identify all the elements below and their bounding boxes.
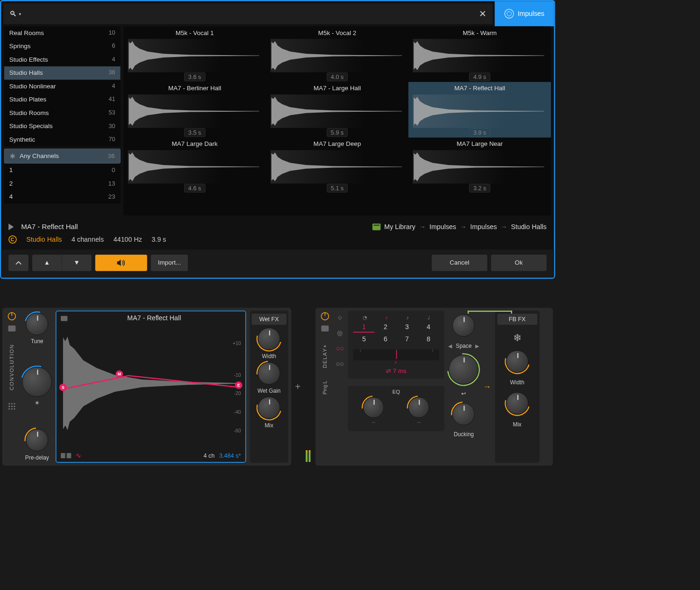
beat-division[interactable]: 3 [396, 323, 418, 332]
drag-handle-icon[interactable] [8, 403, 15, 410]
clear-search-icon[interactable]: ✕ [479, 8, 486, 19]
folder-icon[interactable] [321, 325, 329, 331]
beat-division[interactable]: 5 [353, 335, 375, 344]
play-icon[interactable] [8, 223, 14, 230]
fb-width-knob[interactable] [506, 350, 529, 373]
freeze-icon[interactable]: ❄︎ [513, 331, 521, 344]
impulse-tile[interactable]: M5k - Vocal 24.0 s [266, 26, 408, 82]
ir-display[interactable]: MA7 - Reflect Hall S M E +10 -10 -20 - [56, 311, 246, 463]
eq-low-knob[interactable] [363, 397, 384, 417]
width-label: Width [262, 353, 276, 359]
folder-icon[interactable] [61, 316, 67, 321]
category-item[interactable]: Real Rooms10 [4, 26, 121, 40]
mode-pingpong-icon[interactable]: ○○ [336, 344, 344, 353]
impulse-tile[interactable]: MA7 Large Dark4.6 s [123, 137, 266, 193]
search-box[interactable]: 🔍︎ ▼ ✕ [3, 3, 493, 24]
fb-fx-header[interactable]: FB FX [497, 314, 537, 325]
add-device-icon[interactable]: + [295, 381, 300, 393]
tile-duration: 4.9 s [413, 74, 547, 80]
impulse-tile[interactable]: M5k - Warm4.9 s [408, 26, 551, 82]
space-knob[interactable] [453, 314, 475, 337]
power-icon[interactable] [321, 312, 329, 320]
brightness-knob[interactable] [22, 367, 52, 396]
category-name[interactable]: Studio Halls [26, 236, 62, 244]
channel-count: 0 [112, 166, 115, 174]
ducking-knob[interactable] [453, 403, 475, 425]
prev-space-icon[interactable]: ◀ [448, 343, 452, 349]
category-item[interactable]: Springs6 [4, 40, 121, 53]
feedback-knob[interactable] [449, 355, 479, 384]
beat-division[interactable]: 7 [396, 335, 418, 344]
impulse-tile[interactable]: MA7 - Reflect Hall3.9 s [408, 82, 551, 137]
ok-button[interactable]: Ok [491, 255, 547, 271]
ir-waveform[interactable]: S M E +10 -10 -20 -40 -60 [61, 326, 241, 441]
channel-item[interactable]: 423 [4, 190, 121, 204]
delay-ms[interactable]: 7 ms [393, 367, 407, 374]
preview-button[interactable] [95, 255, 147, 271]
flag-icons[interactable] [61, 453, 71, 458]
fb-link-icon[interactable]: → [483, 382, 491, 392]
beat-division[interactable]: 6 [375, 335, 396, 344]
mix-knob[interactable] [258, 397, 280, 419]
category-item[interactable]: Studio Effects4 [4, 53, 121, 66]
eq-high-knob[interactable] [408, 397, 429, 417]
channel-item[interactable]: 10 [4, 164, 121, 177]
beat-division[interactable]: 2 [375, 323, 396, 332]
impulses-tab[interactable]: Impulses [495, 1, 554, 26]
impulse-grid-area[interactable]: M5k - Vocal 13.6 sM5k - Vocal 24.0 sM5k … [123, 26, 551, 215]
wet-gain-knob[interactable] [258, 362, 280, 385]
fb-bracket-icon [468, 311, 512, 314]
ir-duration[interactable]: 3.484 s* [219, 452, 241, 459]
tune-knob[interactable] [26, 313, 49, 335]
category-item[interactable]: Studio Rooms53 [4, 107, 121, 120]
eq-label: EQ [351, 389, 441, 395]
next-space-icon[interactable]: ▶ [475, 343, 479, 349]
env-start-handle[interactable]: S [59, 384, 67, 391]
sync-note-icon[interactable]: ♪ [386, 314, 388, 320]
envelope-icon[interactable]: ∿ [76, 452, 81, 460]
category-item[interactable]: Studio Plates41 [4, 93, 121, 107]
fb-fx-panel: FB FX ❄︎ Width Mix [495, 311, 539, 463]
wet-fx-header[interactable]: Wet FX [252, 314, 286, 325]
breadcrumb-item[interactable]: Impulses [470, 223, 497, 231]
ping-label[interactable]: Ping L [322, 381, 328, 394]
beat-division[interactable]: 1 [353, 323, 375, 332]
impulse-tile[interactable]: MA7 Large Near3.2 s [408, 137, 551, 193]
impulse-tile[interactable]: MA7 Large Deep5.1 s [266, 137, 408, 193]
collapse-button[interactable] [8, 255, 29, 271]
import-button[interactable]: Import... [151, 255, 188, 271]
breadcrumb-item[interactable]: My Library [384, 223, 415, 231]
mode-stereo-icon[interactable]: ◎ [336, 329, 344, 338]
channel-item[interactable]: 213 [4, 177, 121, 190]
impulse-tile[interactable]: MA7 - Berliner Hall3.5 s [123, 82, 266, 137]
tile-name: M5k - Vocal 2 [271, 29, 404, 37]
sync-free-icon[interactable]: ◔ [363, 314, 367, 320]
channel-item[interactable]: ✱Any Channels36 [4, 149, 121, 164]
next-button[interactable]: ▼ [62, 255, 91, 271]
impulse-tile[interactable]: M5k - Vocal 13.6 s [123, 26, 266, 82]
breadcrumb-item[interactable]: Impulses [429, 223, 456, 231]
env-mid-handle[interactable]: M [115, 370, 123, 378]
breadcrumb-item[interactable]: Studio Halls [511, 223, 547, 231]
width-knob[interactable] [258, 328, 280, 350]
category-item[interactable]: Studio Halls36 [4, 66, 121, 80]
category-item[interactable]: Studio Nonlinear4 [4, 79, 121, 93]
beat-division[interactable]: 8 [418, 335, 439, 344]
tile-name: MA7 Large Deep [271, 141, 404, 148]
cancel-button[interactable]: Cancel [432, 255, 487, 271]
category-item[interactable]: Synthetic70 [4, 133, 121, 147]
sync-eighth-icon[interactable]: ♪ [407, 314, 409, 320]
beat-division[interactable]: 4 [418, 323, 439, 332]
prev-button[interactable]: ▲ [32, 255, 62, 271]
offset-slider[interactable] [353, 349, 439, 360]
mode-dual-icon[interactable]: ○○ [336, 360, 344, 368]
impulse-tile[interactable]: MA7 - Large Hall5.9 s [266, 82, 408, 137]
category-item[interactable]: Studio Specials30 [4, 120, 121, 133]
power-icon[interactable] [8, 312, 16, 320]
fb-mix-knob[interactable] [506, 392, 529, 415]
search-dropdown-icon[interactable]: ▼ [18, 12, 22, 16]
sync-quarter-icon[interactable]: ♩ [428, 314, 430, 320]
predelay-knob[interactable] [26, 429, 48, 452]
mode-mono-icon[interactable]: ○ [336, 313, 344, 322]
folder-icon[interactable] [8, 325, 15, 331]
